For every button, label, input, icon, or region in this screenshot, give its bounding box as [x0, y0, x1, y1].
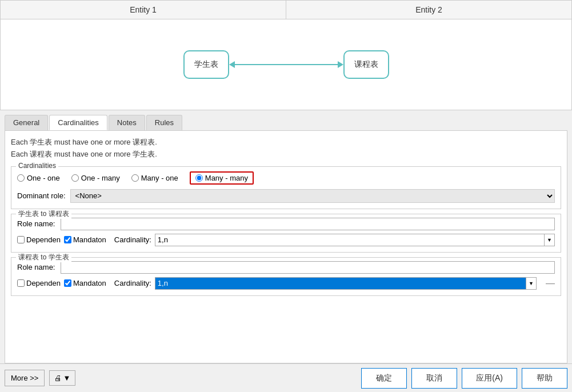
entity2-col: Entity 2 — [286, 1, 571, 19]
minus-icon: — — [546, 278, 555, 289]
help-button[interactable]: 帮助 — [522, 368, 567, 389]
section2-role-name-row: Role name: — [17, 261, 555, 274]
section2-cardinality-dropdown[interactable]: ▼ — [526, 277, 537, 290]
dominant-role-row: Dominant role: <None> — [17, 189, 555, 203]
section1-label: 学生表 to 课程表 — [16, 209, 71, 219]
section2-cardinality-wrap: ▼ — [155, 277, 537, 290]
radio-many-many[interactable]: Many - many — [195, 174, 248, 182]
tab-general[interactable]: General — [5, 115, 48, 130]
section1-role-name-label: Role name: — [17, 219, 57, 228]
main-container: Entity 1 Entity 2 学生表 课程表 General Car — [0, 0, 572, 392]
content-panel: Each 学生表 must have one or more 课程表. Each… — [5, 130, 567, 363]
connector-line — [235, 64, 338, 65]
section2-role-name-label: Role name: — [17, 263, 57, 271]
section2-dependent[interactable]: Dependen — [17, 279, 61, 287]
description-line2: Each 课程表 must have one or more 学生表. — [11, 149, 561, 161]
radio-group: One - one One - many Many - one Many - m… — [17, 171, 555, 185]
print-button[interactable]: 🖨 ▼ — [49, 370, 75, 386]
radio-one-one[interactable]: One - one — [17, 174, 60, 182]
section2-options-row: Dependen Mandaton Cardinality: ▼ — — [17, 277, 555, 290]
cardinalities-group: Cardinalities One - one One - many Many … — [11, 166, 561, 209]
arrow-right-icon — [338, 61, 343, 68]
radio-one-many[interactable]: One - many — [71, 174, 120, 182]
section2-role-name-input[interactable] — [61, 261, 555, 274]
radio-many-many-outline: Many - many — [190, 171, 254, 185]
section2-mandatory[interactable]: Mandaton — [64, 279, 106, 287]
section1-cardinality-wrap: ▼ — [155, 234, 555, 246]
diagram-inner: 学生表 课程表 — [183, 50, 389, 79]
tab-notes[interactable]: Notes — [109, 115, 145, 130]
section1-dependent[interactable]: Dependen — [17, 235, 61, 244]
ok-button[interactable]: 确定 — [361, 368, 407, 389]
section1-cardinality-label: Cardinality: — [114, 235, 151, 244]
section1: 学生表 to 课程表 Role name: Dependen Mandaton … — [11, 214, 561, 253]
section1-cardinality-input[interactable] — [155, 234, 545, 246]
entity1-col: Entity 1 — [1, 1, 286, 19]
section1-role-name-row: Role name: — [17, 218, 555, 230]
cancel-button[interactable]: 取消 — [411, 368, 457, 389]
section2-cardinality-input[interactable] — [155, 277, 526, 290]
entity1-label: Entity 1 — [130, 5, 157, 14]
tab-cardinalities[interactable]: Cardinalities — [49, 115, 107, 130]
dominant-role-label: Dominant role: — [17, 191, 66, 200]
section1-mandatory[interactable]: Mandaton — [64, 235, 106, 244]
connector — [229, 61, 343, 68]
section2-label: 课程表 to 学生表 — [16, 253, 71, 262]
bottom-bar: More >> 🖨 ▼ 确定 取消 应用(A) 帮助 — [0, 363, 572, 392]
more-label: More >> — [11, 374, 38, 382]
section1-role-name-input[interactable] — [61, 218, 555, 230]
section2: 课程表 to 学生表 Role name: Dependen Mandaton … — [11, 257, 561, 296]
section1-cardinality-dropdown[interactable]: ▼ — [545, 234, 555, 246]
dropdown-arrow: ▼ — [63, 374, 70, 382]
cardinalities-group-label: Cardinalities — [16, 162, 58, 170]
printer-icon: 🖨 — [54, 374, 62, 382]
tabs-container: General Cardinalities Notes Rules — [0, 110, 572, 130]
entity1-name: 学生表 — [194, 59, 218, 70]
apply-button[interactable]: 应用(A) — [462, 368, 517, 389]
chevron-down-icon: ▼ — [547, 237, 552, 243]
section1-options-row: Dependen Mandaton Cardinality: ▼ — [17, 234, 555, 246]
description-line1: Each 学生表 must have one or more 课程表. — [11, 137, 561, 149]
entity-header: Entity 1 Entity 2 — [0, 0, 572, 19]
entity2-name: 课程表 — [354, 59, 378, 70]
entity2-box: 课程表 — [343, 50, 389, 79]
tab-rules[interactable]: Rules — [146, 115, 182, 130]
chevron-down-icon-2: ▼ — [529, 281, 534, 286]
arrow-left-icon — [229, 61, 235, 68]
dominant-role-select[interactable]: <None> — [70, 189, 555, 203]
entity2-label: Entity 2 — [415, 5, 442, 14]
radio-many-one[interactable]: Many - one — [131, 174, 178, 182]
diagram-area: 学生表 课程表 — [0, 19, 572, 110]
description-text: Each 学生表 must have one or more 课程表. Each… — [11, 137, 561, 161]
more-button[interactable]: More >> — [5, 370, 45, 386]
section2-cardinality-label: Cardinality: — [114, 279, 151, 287]
entity1-box: 学生表 — [183, 50, 229, 79]
